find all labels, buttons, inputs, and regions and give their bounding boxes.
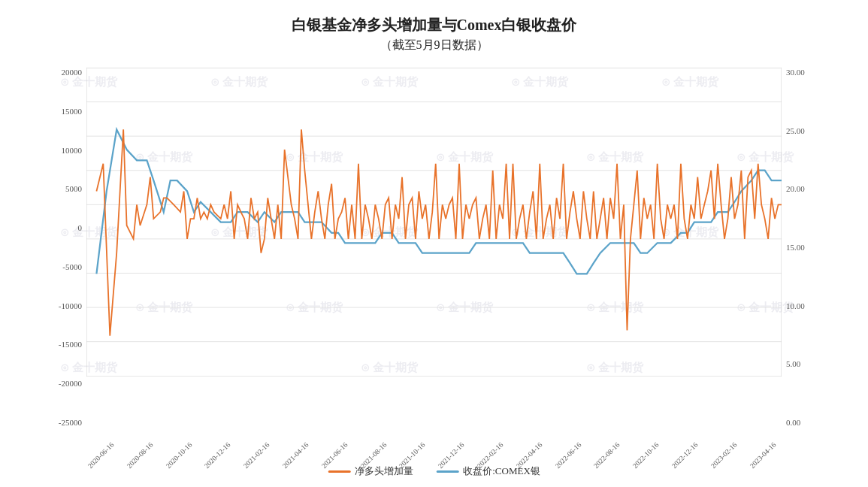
chart-container: 白银基金净多头增加量与Comex白银收盘价 （截至5月9日数据） ⊙ 金十期货 … bbox=[0, 0, 868, 487]
y-right-5: 5.00 bbox=[786, 359, 800, 368]
chart-area: 20000 15000 10000 5000 0 -5000 -10000 -1… bbox=[45, 68, 823, 427]
x-label-2: 2020-08-16 bbox=[126, 441, 154, 470]
x-label-3: 2020-10-16 bbox=[165, 441, 193, 470]
y-left-10000: 10000 bbox=[62, 146, 83, 155]
x-label-6: 2021-04-16 bbox=[281, 441, 310, 470]
y-left-15000: 15000 bbox=[62, 107, 83, 116]
y-left-neg15000: -15000 bbox=[59, 340, 82, 349]
x-label-18: 2023-04-16 bbox=[749, 441, 777, 470]
y-axis-right: 30.00 25.00 20.00 15.00 10.00 5.00 0.00 bbox=[782, 68, 823, 427]
x-label-5: 2021-02-16 bbox=[242, 441, 271, 470]
y-left-neg25000: -25000 bbox=[59, 418, 82, 427]
y-right-20: 20.00 bbox=[786, 184, 805, 193]
chart-svg bbox=[86, 68, 782, 377]
x-label-15: 2022-10-16 bbox=[631, 441, 660, 470]
y-right-25: 25.00 bbox=[786, 126, 805, 135]
chart-title-main: 白银基金净多头增加量与Comex白银收盘价 bbox=[0, 14, 868, 36]
title-area: 白银基金净多头增加量与Comex白银收盘价 （截至5月9日数据） bbox=[0, 0, 868, 54]
y-left-neg20000: -20000 bbox=[59, 379, 82, 388]
y-left-neg10000: -10000 bbox=[59, 301, 82, 310]
y-left-neg5000: -5000 bbox=[62, 262, 82, 271]
orange-line bbox=[96, 129, 782, 335]
y-right-30: 30.00 bbox=[786, 68, 805, 77]
legend-blue: 收盘价:COMEX银 bbox=[436, 464, 540, 478]
chart-title-sub: （截至5月9日数据） bbox=[0, 36, 868, 54]
x-label-14: 2022-08-16 bbox=[592, 441, 621, 470]
y-axis-left: 20000 15000 10000 5000 0 -5000 -10000 -1… bbox=[45, 68, 86, 427]
legend-orange-label: 净多头增加量 bbox=[355, 464, 413, 478]
legend-blue-label: 收盘价:COMEX银 bbox=[463, 464, 540, 478]
x-label-17: 2023-02-16 bbox=[709, 441, 738, 470]
x-label-13: 2022-06-16 bbox=[554, 441, 582, 470]
y-left-5000: 5000 bbox=[65, 184, 82, 193]
y-right-10: 10.00 bbox=[786, 301, 805, 310]
legend-orange: 净多头增加量 bbox=[328, 464, 413, 478]
y-left-20000: 20000 bbox=[62, 68, 83, 77]
y-left-0: 0 bbox=[78, 223, 83, 232]
y-right-0: 0.00 bbox=[786, 418, 800, 427]
chart-legend: 净多头增加量 收盘价:COMEX银 bbox=[328, 464, 540, 478]
legend-orange-line bbox=[328, 470, 350, 473]
legend-blue-line bbox=[436, 470, 458, 473]
x-label-16: 2022-12-16 bbox=[670, 441, 699, 470]
svg-rect-10 bbox=[86, 68, 782, 377]
x-label-1: 2020-06-16 bbox=[86, 441, 115, 470]
x-label-4: 2020-12-16 bbox=[203, 441, 231, 470]
y-right-15: 15.00 bbox=[786, 243, 805, 252]
